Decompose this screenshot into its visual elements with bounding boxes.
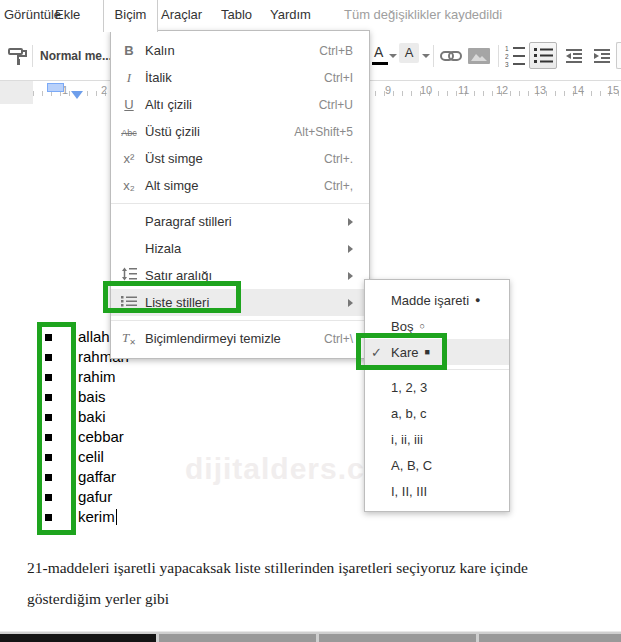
menu-tablo[interactable]: Tablo xyxy=(221,0,252,30)
check-icon: ✓ xyxy=(371,345,382,360)
square-bullet xyxy=(45,394,52,401)
menu-item-kalin[interactable]: Kalın Ctrl+B xyxy=(111,37,369,64)
submenu-item-roman-upper[interactable]: I, II, III xyxy=(365,478,509,504)
menu-item-label: Satır aralığı xyxy=(145,268,212,283)
ruler-number: 15 xyxy=(607,84,619,96)
submenu-item-bos[interactable]: Boş ○ xyxy=(365,313,509,339)
decrease-indent-icon[interactable] xyxy=(564,48,584,65)
menu-item-ust-simge[interactable]: Üst simge Ctrl+. xyxy=(111,145,369,172)
increase-indent-icon[interactable] xyxy=(592,48,612,65)
square-bullet xyxy=(45,334,52,341)
ruler-number: 12 xyxy=(496,84,508,96)
list-item[interactable]: rahim xyxy=(78,368,116,388)
menu-item-label: Üst simge xyxy=(145,151,203,166)
submenu-arrow-icon xyxy=(348,272,353,280)
menu-item-alt-simge[interactable]: Alt simge Ctrl+, xyxy=(111,172,369,199)
insert-link-icon[interactable] xyxy=(440,50,462,62)
toolbar-partial-button[interactable] xyxy=(616,42,621,69)
toolbar-separator xyxy=(433,45,434,67)
submenu-item-madde-isareti[interactable]: Madde işareti ● xyxy=(365,287,509,313)
taskbar-window-active[interactable] xyxy=(0,634,156,642)
menu-item-label: Paragraf stilleri xyxy=(145,214,232,229)
list-item[interactable]: bais xyxy=(78,388,106,408)
list-item-text: kerim xyxy=(78,508,115,525)
menu-item-liste-stilleri[interactable]: Liste stilleri xyxy=(111,289,369,316)
first-line-indent-marker[interactable] xyxy=(47,83,64,92)
menu-item-label: Hizala xyxy=(145,241,181,256)
caption-text[interactable]: 21-maddeleri işaretli yapacaksak liste s… xyxy=(27,552,572,614)
menu-yardim[interactable]: Yardım xyxy=(270,0,311,30)
submenu-item-123[interactable]: 1, 2, 3 xyxy=(365,374,509,400)
list-item[interactable]: celil xyxy=(78,448,104,468)
square-bullet xyxy=(45,494,52,501)
menu-item-italik[interactable]: İtalik Ctrl+I xyxy=(111,64,369,91)
bullet-symbol: ● xyxy=(475,295,480,305)
ruler-number: 2 xyxy=(101,84,107,96)
list-item[interactable]: allah xyxy=(78,328,110,348)
menu-item-shortcut: Ctrl+B xyxy=(319,44,353,58)
taskbar-strip xyxy=(0,631,621,642)
format-painter-icon[interactable] xyxy=(8,47,28,65)
submenu-item-label: 1, 2, 3 xyxy=(391,380,427,395)
highlight-color-caret-icon[interactable] xyxy=(422,54,430,58)
square-bullet xyxy=(45,434,52,441)
menu-item-hizala[interactable]: Hizala xyxy=(111,235,369,262)
taskbar-window[interactable] xyxy=(319,634,476,642)
ruler-margin-area xyxy=(0,81,33,104)
menu-ekle[interactable]: Ekle xyxy=(55,0,80,30)
clear-formatting-icon xyxy=(119,330,139,347)
numbered-list-icon[interactable]: 1 2 3 xyxy=(505,45,525,67)
square-bullet xyxy=(45,354,52,361)
taskbar-window[interactable] xyxy=(159,634,316,642)
menu-item-shortcut: Alt+Shift+5 xyxy=(294,125,353,139)
submenu-item-label: i, ii, iii xyxy=(391,432,423,447)
menu-item-label: Üstü çizili xyxy=(145,124,200,139)
svg-text:2: 2 xyxy=(505,53,509,60)
menu-item-alti-cizili[interactable]: Altı çizili Ctrl+U xyxy=(111,91,369,118)
square-bullet xyxy=(45,414,52,421)
ruler-number: 10 xyxy=(420,84,432,96)
list-item[interactable]: cebbar xyxy=(78,428,124,448)
left-indent-marker[interactable] xyxy=(71,91,83,99)
highlight-color-button[interactable]: A xyxy=(399,43,419,63)
submenu-item-abc-upper[interactable]: A, B, C xyxy=(365,452,509,478)
insert-image-icon[interactable] xyxy=(468,48,490,64)
text-color-bar xyxy=(372,62,388,65)
menu-item-label: Alt simge xyxy=(145,178,198,193)
text-color-button[interactable]: A xyxy=(374,44,383,60)
bulleted-list-icon xyxy=(534,47,553,64)
underline-icon xyxy=(119,97,139,112)
menu-item-shortcut: Ctrl+\ xyxy=(324,332,353,346)
submenu-arrow-icon xyxy=(348,245,353,253)
menu-item-bicimlendirmeyi-temizle[interactable]: Biçimlendirmeyi temizle Ctrl+\ xyxy=(111,325,369,352)
list-styles-icon xyxy=(119,295,139,310)
ruler-number: 13 xyxy=(534,84,546,96)
submenu-item-roman-lower[interactable]: i, ii, iii xyxy=(365,426,509,452)
square-bullet xyxy=(45,474,52,481)
menu-araclar[interactable]: Araçlar xyxy=(161,0,202,30)
list-item[interactable]: baki xyxy=(78,408,106,428)
list-item[interactable]: gafur xyxy=(78,488,112,508)
menu-item-ustu-cizili[interactable]: Üstü çizili Alt+Shift+5 xyxy=(111,118,369,145)
submenu-item-abc-lower[interactable]: a, b, c xyxy=(365,400,509,426)
submenu-item-kare[interactable]: ✓ Kare ■ xyxy=(365,339,509,365)
submenu-item-label: Madde işareti xyxy=(391,293,469,308)
bulleted-list-button-active[interactable] xyxy=(529,42,557,69)
menu-item-shortcut: Ctrl+, xyxy=(324,179,353,193)
menu-item-label: Kalın xyxy=(145,43,175,58)
superscript-icon xyxy=(119,151,139,166)
line-spacing-icon xyxy=(119,267,139,284)
text-cursor xyxy=(116,509,117,525)
taskbar-window[interactable] xyxy=(479,634,621,642)
text-color-caret-icon[interactable] xyxy=(389,54,397,58)
paragraph-style-selector[interactable]: Normal me... xyxy=(40,32,112,80)
menu-item-label: Liste stilleri xyxy=(145,295,209,310)
menu-goruntule[interactable]: Görüntüle xyxy=(4,0,61,30)
list-item[interactable]: kerim xyxy=(78,508,117,528)
menu-item-satir-araligi[interactable]: Satır aralığı xyxy=(111,262,369,289)
submenu-item-label: Kare xyxy=(391,345,418,360)
menu-item-paragraf-stilleri[interactable]: Paragraf stilleri xyxy=(111,208,369,235)
list-item[interactable]: gaffar xyxy=(78,468,116,488)
menu-item-label: Altı çizili xyxy=(145,97,192,112)
menu-bicim-open[interactable]: Biçim xyxy=(103,0,158,32)
